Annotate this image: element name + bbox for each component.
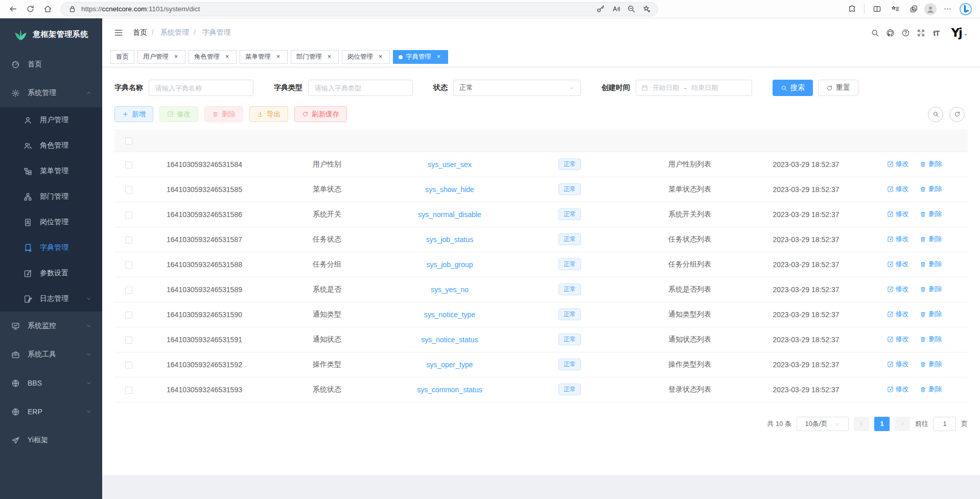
user-caret-down-icon[interactable] <box>963 32 969 38</box>
row-edit-button[interactable]: 修改 <box>887 385 909 394</box>
view-tab-首页[interactable]: 首页 <box>110 50 134 64</box>
goto-page-input[interactable] <box>934 417 956 431</box>
row-edit-button[interactable]: 修改 <box>887 284 909 294</box>
sidebar-item-字典管理[interactable]: 字典管理 <box>0 235 102 260</box>
row-delete-button[interactable]: 删除 <box>920 259 942 269</box>
row-edit-button[interactable]: 修改 <box>887 234 909 244</box>
duplicate-tab-button[interactable] <box>906 2 921 17</box>
next-page-button[interactable] <box>895 417 910 431</box>
tab-close-icon[interactable]: × <box>172 53 180 61</box>
dict-type-link[interactable]: sys_common_status <box>417 386 482 394</box>
row-delete-button[interactable]: 删除 <box>920 360 942 369</box>
sidebar-item-用户管理[interactable]: 用户管理 <box>0 107 102 133</box>
sidebar-item-系统管理[interactable]: 系统管理 <box>0 79 102 107</box>
user-avatar[interactable]: Yj <box>951 26 962 39</box>
profile-button[interactable] <box>924 3 937 15</box>
sidebar-item-参数设置[interactable]: 参数设置 <box>0 260 102 286</box>
row-edit-button[interactable]: 修改 <box>887 335 909 344</box>
sidebar-item-菜单管理[interactable]: 菜单管理 <box>0 158 102 184</box>
github-icon[interactable] <box>882 25 898 40</box>
zoom-out-button[interactable] <box>625 3 637 15</box>
back-button[interactable] <box>5 2 20 17</box>
address-bar[interactable]: https://ccnetcore.com:1101/system/dict <box>60 2 658 16</box>
sidebar-item-BBS[interactable]: BBS <box>0 369 102 397</box>
sidebar-item-Yi框架[interactable]: Yi框架 <box>0 426 102 455</box>
read-aloud-button[interactable] <box>610 3 622 15</box>
sidebar-item-日志管理[interactable]: 日志管理 <box>0 286 102 312</box>
dict-type-link[interactable]: sys_normal_disable <box>418 210 481 219</box>
prev-page-button[interactable] <box>854 417 869 431</box>
bing-chat-button[interactable] <box>958 2 973 17</box>
row-delete-button[interactable]: 删除 <box>920 209 942 219</box>
row-delete-button[interactable]: 删除 <box>920 159 942 169</box>
toolbar-button-新增[interactable]: 新增 <box>114 106 153 122</box>
password-key-button[interactable] <box>594 3 606 15</box>
app-logo[interactable]: 意框架管理系统 <box>0 18 102 50</box>
select-all-checkbox[interactable] <box>125 137 132 145</box>
view-tab-字典管理[interactable]: 字典管理 × <box>393 50 448 64</box>
row-checkbox[interactable] <box>125 186 132 194</box>
sidebar-item-岗位管理[interactable]: 岗位管理 <box>0 209 102 235</box>
dict-type-link[interactable]: sys_yes_no <box>431 286 469 294</box>
split-screen-button[interactable] <box>869 2 884 17</box>
tab-close-icon[interactable]: × <box>223 53 231 61</box>
row-checkbox[interactable] <box>125 387 132 394</box>
row-edit-button[interactable]: 修改 <box>887 360 909 369</box>
row-delete-button[interactable]: 删除 <box>920 335 942 344</box>
view-tab-部门管理[interactable]: 部门管理 × <box>291 50 339 64</box>
view-tab-用户管理[interactable]: 用户管理 × <box>137 50 185 64</box>
row-delete-button[interactable]: 删除 <box>920 234 942 244</box>
current-page[interactable]: 1 <box>874 417 890 431</box>
lock-icon[interactable] <box>66 3 78 15</box>
row-checkbox[interactable] <box>125 362 132 369</box>
sidebar-item-首页[interactable]: 首页 <box>0 50 102 79</box>
row-checkbox[interactable] <box>125 161 132 169</box>
row-delete-button[interactable]: 删除 <box>920 284 942 294</box>
extensions-button[interactable] <box>844 2 859 17</box>
row-delete-button[interactable]: 删除 <box>920 385 942 394</box>
status-select[interactable]: 正常 <box>453 80 581 96</box>
row-edit-button[interactable]: 修改 <box>887 259 909 269</box>
add-favorite-button[interactable] <box>640 3 652 15</box>
tab-close-icon[interactable]: × <box>377 53 384 61</box>
sidebar-toggle-icon[interactable] <box>113 28 124 38</box>
row-edit-button[interactable]: 修改 <box>887 310 909 319</box>
fullscreen-icon[interactable] <box>913 25 928 40</box>
search-button[interactable]: 搜索 <box>773 80 813 96</box>
page-size-select[interactable]: 10条/页 <box>797 417 849 431</box>
row-checkbox[interactable] <box>125 236 132 244</box>
date-range-picker[interactable]: 开始日期 - 结束日期 <box>636 80 752 96</box>
dict-name-input[interactable] <box>149 80 253 96</box>
toolbar-button-导出[interactable]: 导出 <box>249 106 288 122</box>
refresh-button[interactable] <box>22 2 38 17</box>
toolbar-button-刷新缓存[interactable]: 刷新缓存 <box>294 106 347 122</box>
dict-type-link[interactable]: sys_notice_status <box>421 336 478 344</box>
row-edit-button[interactable]: 修改 <box>887 159 909 169</box>
sidebar-item-角色管理[interactable]: 角色管理 <box>0 133 102 158</box>
row-checkbox[interactable] <box>125 312 132 319</box>
row-checkbox[interactable] <box>125 262 132 269</box>
dict-type-input[interactable] <box>308 80 413 96</box>
refresh-table-button[interactable] <box>949 107 965 122</box>
home-button[interactable] <box>40 2 55 17</box>
tab-close-icon[interactable]: × <box>325 53 333 61</box>
row-delete-button[interactable]: 删除 <box>920 310 942 319</box>
row-edit-button[interactable]: 修改 <box>887 184 909 194</box>
view-tab-菜单管理[interactable]: 菜单管理 × <box>240 50 288 64</box>
toolbar-button-修改[interactable]: 修改 <box>159 106 198 122</box>
dict-type-link[interactable]: sys_oper_type <box>426 361 473 369</box>
dict-type-link[interactable]: sys_show_hide <box>425 185 474 194</box>
row-checkbox[interactable] <box>125 211 132 219</box>
dict-type-link[interactable]: sys_job_group <box>426 260 473 269</box>
dict-type-link[interactable]: sys_job_status <box>426 235 474 244</box>
dict-type-link[interactable]: sys_notice_type <box>424 311 475 319</box>
collections-button[interactable] <box>888 2 903 17</box>
row-checkbox[interactable] <box>125 337 132 344</box>
sidebar-item-系统工具[interactable]: 系统工具 <box>0 340 102 369</box>
sidebar-item-系统监控[interactable]: 系统监控 <box>0 312 102 340</box>
search-icon[interactable] <box>867 25 882 40</box>
browser-menu-button[interactable] <box>940 2 955 17</box>
view-tab-角色管理[interactable]: 角色管理 × <box>189 50 237 64</box>
sidebar-item-ERP[interactable]: ERP <box>0 397 102 426</box>
dict-type-link[interactable]: sys_user_sex <box>428 160 472 169</box>
